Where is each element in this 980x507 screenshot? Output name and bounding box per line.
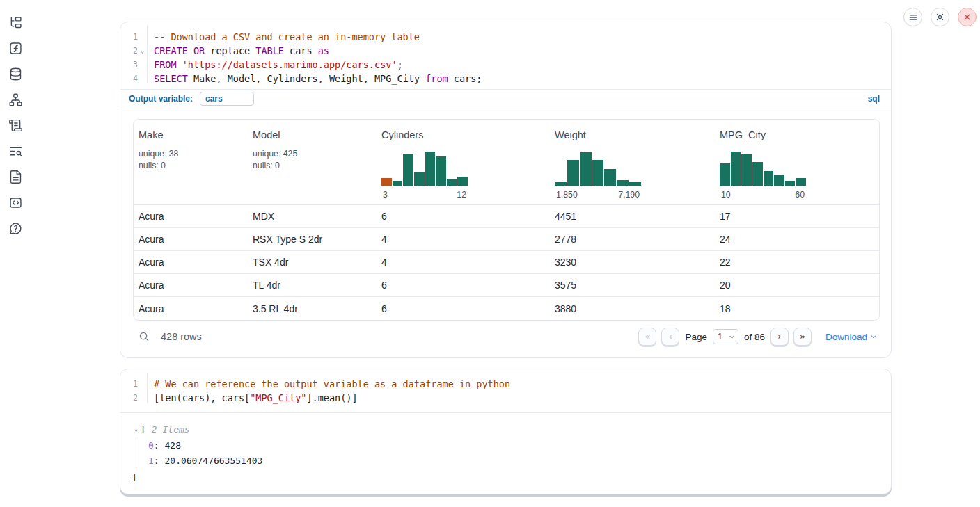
database-icon[interactable] — [7, 65, 24, 82]
first-page-button[interactable]: « — [638, 328, 656, 346]
table-cell: 2778 — [550, 234, 715, 245]
table-cell: 17 — [715, 211, 879, 222]
code-line[interactable]: 2⌄CREATE OR replace TABLE cars as — [120, 44, 891, 58]
histogram-bar — [580, 152, 592, 186]
table-row[interactable]: AcuraRSX Type S 2dr4277824 — [134, 228, 879, 251]
line-number: 4 — [120, 74, 147, 83]
search-icon[interactable] — [138, 330, 150, 343]
histogram-min-label: 1,850 — [556, 190, 578, 200]
code-token: SELECT — [154, 73, 188, 84]
histogram-bar — [731, 152, 741, 186]
code-token: FROM — [154, 59, 177, 70]
table-row[interactable]: AcuraTL 4dr6357520 — [134, 274, 879, 297]
code-token: [len(cars), cars[ — [154, 392, 250, 403]
column-header-cylinders[interactable]: Cylinders312 — [377, 120, 550, 204]
python-code-editor[interactable]: 1# We can reference the output variable … — [120, 369, 891, 405]
table-cell: Acura — [134, 280, 248, 291]
histogram-bar — [741, 154, 752, 186]
tree-entry-value: 20.060747663551403 — [164, 456, 262, 466]
collapse-chevron-icon[interactable]: ⌄ — [132, 426, 141, 433]
histogram-max-label: 60 — [795, 190, 805, 200]
output-variable-input[interactable]: cars — [200, 92, 254, 106]
column-header-mpg_city[interactable]: MPG_City1060 — [715, 120, 879, 204]
table-row[interactable]: AcuraTSX 4dr4323022 — [134, 251, 879, 274]
table-cell: Acura — [134, 303, 248, 314]
code-token: CREATE OR — [154, 45, 205, 56]
download-label: Download — [825, 332, 867, 342]
column-header-weight[interactable]: Weight1,8507,190 — [550, 120, 715, 204]
table-header: Makeunique: 38nulls: 0Modelunique: 425nu… — [134, 120, 879, 205]
page-select[interactable]: 1 — [713, 329, 738, 344]
histogram-cylinders — [381, 150, 468, 186]
dependency-graph-icon[interactable] — [7, 91, 24, 108]
histogram-bar — [764, 171, 774, 186]
items-count-label: 2 Items — [152, 424, 190, 435]
histogram-bar — [381, 178, 392, 186]
close-icon[interactable] — [958, 8, 977, 26]
help-icon[interactable] — [7, 220, 24, 236]
last-page-button[interactable]: » — [793, 328, 812, 346]
code-line[interactable]: 1# We can reference the output variable … — [120, 377, 891, 391]
table-row[interactable]: Acura3.5 RL 4dr6388018 — [134, 297, 879, 320]
table-cell: TSX 4dr — [248, 257, 377, 268]
histogram-min-label: 3 — [383, 190, 388, 200]
output-variable-row: Output variable: cars sql — [120, 89, 891, 108]
code-line[interactable]: 2[len(cars), cars["MPG_City"].mean()] — [120, 391, 891, 405]
histogram-bar — [604, 169, 616, 186]
histogram-axis-labels: 1060 — [720, 190, 806, 200]
table-cell: Acura — [134, 257, 248, 268]
page-select-value: 1 — [718, 332, 722, 341]
next-page-button[interactable]: › — [770, 328, 789, 346]
histogram-bar — [555, 182, 567, 186]
code-line[interactable]: 1-- Download a CSV and create an in-memo… — [120, 30, 891, 44]
menu-icon[interactable] — [903, 8, 922, 26]
snippets-icon[interactable] — [7, 194, 24, 211]
logs-search-icon[interactable] — [7, 143, 24, 159]
table-cell: TL 4dr — [248, 280, 377, 291]
code-text: FROM 'https://datasets.marimo.app/cars.c… — [147, 59, 403, 70]
function-icon[interactable] — [7, 40, 24, 56]
code-text: SELECT Make, Model, Cylinders, Weight, M… — [147, 73, 482, 84]
sql-code-editor[interactable]: 1-- Download a CSV and create an in-memo… — [120, 22, 891, 86]
stat-line: nulls: 0 — [139, 160, 242, 172]
column-header-model[interactable]: Modelunique: 425nulls: 0 — [248, 120, 377, 204]
histogram-bar — [403, 154, 413, 186]
table-cell: 3575 — [550, 280, 715, 291]
histogram-weight — [555, 150, 641, 186]
code-line[interactable]: 4SELECT Make, Model, Cylinders, Weight, … — [120, 72, 891, 86]
column-title: Model — [253, 129, 371, 140]
table-cell: 3.5 RL 4dr — [248, 303, 377, 314]
column-header-make[interactable]: Makeunique: 38nulls: 0 — [134, 120, 248, 204]
code-token: cars — [284, 45, 318, 56]
code-token: # We can reference the output variable a… — [154, 378, 510, 389]
table-row[interactable]: AcuraMDX6445117 — [134, 205, 879, 228]
histogram-bar — [752, 162, 763, 186]
code-token: replace — [205, 45, 255, 56]
topbar-actions — [903, 8, 977, 26]
table-cell: 24 — [715, 234, 879, 245]
scratchpad-icon[interactable] — [7, 117, 24, 134]
fold-chevron-icon[interactable]: ⌄ — [138, 47, 147, 54]
code-text: [len(cars), cars["MPG_City"].mean()] — [147, 392, 358, 403]
tree-entry-key: 1 — [148, 456, 154, 466]
column-stats: unique: 425nulls: 0 — [253, 148, 371, 171]
code-token — [177, 59, 182, 70]
pagination: « ‹ Page 1 of 86 › » Download — [638, 328, 877, 346]
table-cell: 6 — [377, 303, 550, 314]
documentation-icon[interactable] — [7, 168, 24, 185]
line-number: 3 — [120, 60, 147, 70]
line-number-text: 2 — [133, 393, 138, 403]
file-tree-icon[interactable] — [7, 14, 24, 31]
previous-page-button[interactable]: ‹ — [661, 328, 679, 346]
histogram-bar — [774, 175, 784, 186]
python-cell: 1# We can reference the output variable … — [120, 369, 892, 494]
settings-icon[interactable] — [931, 8, 949, 26]
tree-entry: 1: 20.060747663551403 — [136, 453, 262, 468]
table-footer: 428 rows « ‹ Page 1 of 86 › » Download — [120, 323, 891, 351]
download-button[interactable]: Download — [825, 332, 877, 342]
tree-head: ⌄ [ 2 Items — [132, 422, 262, 436]
table-cell: 4 — [377, 234, 550, 245]
code-line[interactable]: 3FROM 'https://datasets.marimo.app/cars.… — [120, 58, 891, 72]
histogram-bar — [629, 182, 641, 186]
code-token: 'https://datasets.marimo.app/cars.csv' — [182, 59, 397, 70]
